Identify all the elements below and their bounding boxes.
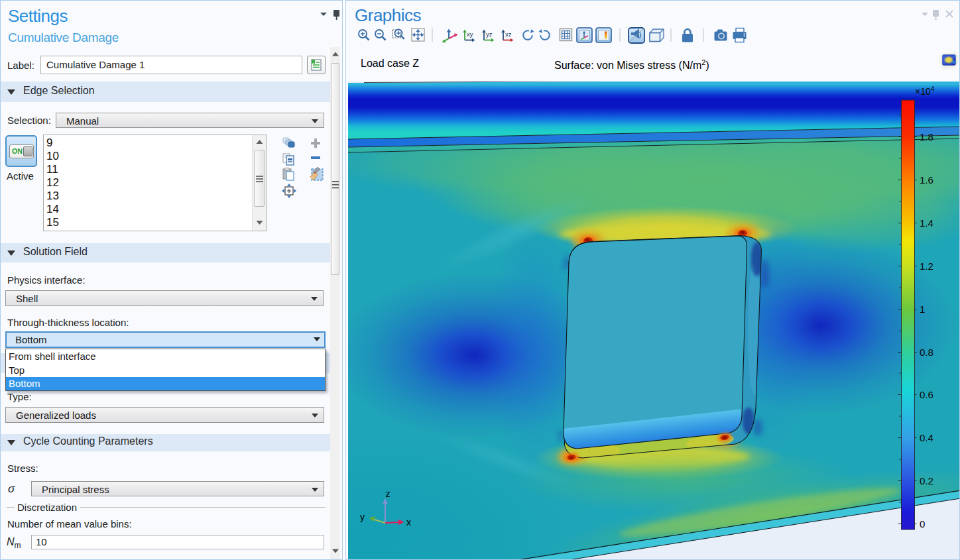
svg-text:0: 0 xyxy=(920,518,925,530)
svg-text:1: 1 xyxy=(920,304,925,315)
svg-text:0.4: 0.4 xyxy=(920,432,933,443)
svg-text:1.8: 1.8 xyxy=(920,131,933,142)
svg-text:0.6: 0.6 xyxy=(920,389,933,400)
svg-text:y: y xyxy=(360,512,365,522)
svg-text:x: x xyxy=(406,517,411,528)
svg-text:xz: xz xyxy=(505,30,512,38)
svg-text:1.2: 1.2 xyxy=(920,260,933,272)
svg-text:yz: yz xyxy=(486,30,493,38)
svg-text:0.8: 0.8 xyxy=(920,347,933,358)
svg-text:1.6: 1.6 xyxy=(920,174,933,186)
svg-text:xy: xy xyxy=(467,30,473,38)
svg-text:1.4: 1.4 xyxy=(920,217,933,229)
svg-text:z: z xyxy=(386,488,390,499)
svg-text:0.2: 0.2 xyxy=(920,475,933,486)
